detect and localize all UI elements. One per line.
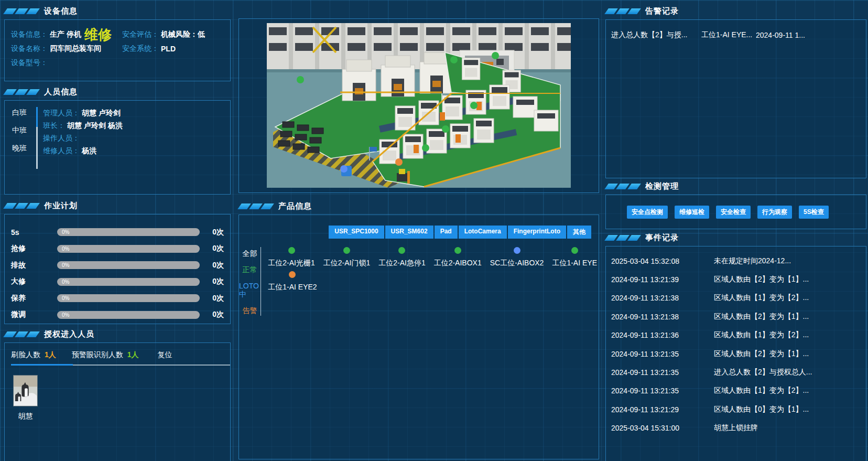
filter-button-USR_SPC1000[interactable]: USR_SPC1000 bbox=[329, 226, 384, 239]
workplan-header: 作业计划 bbox=[4, 200, 231, 211]
event-description: 区域人数由【2】变为【1】... bbox=[714, 312, 863, 321]
personnel-field-row: 操作人员： bbox=[43, 132, 225, 145]
device-item[interactable]: 工位2-AI门锁1 bbox=[322, 247, 372, 268]
device-item[interactable]: 工位2-AIBOX1 bbox=[432, 247, 483, 268]
device-item[interactable]: 工位2-AI光栅1 bbox=[266, 247, 316, 268]
event-time: 2024-09-11 13:21:39 bbox=[611, 275, 714, 284]
product-status-tabs: 全部正常LOTO中告警 bbox=[239, 247, 261, 316]
workplan-percent: 0% bbox=[62, 246, 69, 252]
authorized-section: 授权进入人员 刷脸人数 1人 预警眼识别人数 1人 复位 bbox=[4, 328, 231, 461]
event-time: 2024-09-11 13:21:36 bbox=[611, 331, 714, 339]
safety-system-value: PLD bbox=[161, 45, 176, 53]
person-name: 胡慧 bbox=[13, 412, 38, 421]
reset-button[interactable]: 复位 bbox=[158, 350, 172, 360]
equipment-name-value: 四车间总装车间 bbox=[50, 44, 101, 53]
factory-3d-view[interactable] bbox=[267, 23, 571, 188]
filter-button-FingerprintLoto[interactable]: FingerprintLoto bbox=[508, 226, 566, 239]
workplan-count: 0次 bbox=[200, 294, 224, 303]
workplan-row: 大修0%0次 bbox=[11, 274, 224, 291]
workplan-progressbar: 0% bbox=[57, 311, 200, 319]
status-tab-LOTO中[interactable]: LOTO中 bbox=[239, 282, 261, 299]
event-row[interactable]: 2025-03-04 15:31:00胡慧上锁挂牌 bbox=[611, 419, 863, 437]
personnel-field-row: 班长：胡慧 卢玲剑 杨洪 bbox=[43, 120, 225, 132]
personnel-field-label: 管理人员： bbox=[43, 109, 80, 118]
inspection-button-5S检查[interactable]: 5S检查 bbox=[799, 206, 829, 219]
event-row[interactable]: 2025-03-04 15:32:08未在规定时间2024-12... bbox=[611, 252, 863, 270]
filter-button-其他[interactable]: 其他 bbox=[567, 226, 591, 239]
workplan-percent: 0% bbox=[62, 295, 69, 301]
equipment-info-label: 设备信息： bbox=[11, 30, 48, 39]
inspection-button-维修巡检[interactable]: 维修巡检 bbox=[675, 206, 709, 219]
personnel-section: 人员信息 白班中班晚班 管理人员：胡慧 卢玲剑班长：胡慧 卢玲剑 杨洪操作人员：… bbox=[4, 86, 231, 195]
status-tab-告警[interactable]: 告警 bbox=[243, 306, 257, 316]
safety-system-label: 安全系统： bbox=[122, 44, 159, 53]
eye-count-value[interactable]: 1人 bbox=[127, 350, 139, 360]
personnel-field-value: 胡慧 卢玲剑 bbox=[82, 109, 121, 118]
inspection-title: 检测管理 bbox=[645, 181, 679, 191]
event-row[interactable]: 2024-09-11 13:21:38区域人数由【2】变为【1】... bbox=[611, 307, 863, 326]
equipment-info-value: 生产 停机 bbox=[50, 30, 81, 39]
equipment-repair-highlight: 维修 bbox=[84, 29, 112, 40]
equipment-name-label: 设备名称： bbox=[11, 44, 48, 53]
event-description: 进入总人数【2】与授权总人... bbox=[714, 368, 863, 377]
status-tab-正常[interactable]: 正常 bbox=[243, 265, 257, 275]
filter-button-Pad[interactable]: Pad bbox=[435, 226, 458, 239]
alarm-row[interactable]: 进入总人数【2】与授...工位1-AI EYE...2024-09-11 1..… bbox=[611, 27, 863, 43]
product-title: 产品信息 bbox=[278, 201, 312, 211]
device-item[interactable]: 工位1-AI EYE bbox=[550, 247, 599, 268]
inspection-header: 检测管理 bbox=[605, 180, 866, 192]
workplan-label: 微调 bbox=[11, 310, 57, 319]
shift-tabs: 白班中班晚班 bbox=[10, 107, 35, 169]
device-item[interactable]: 工位2-AI急停1 bbox=[377, 247, 427, 268]
event-description: 未在规定时间2024-12... bbox=[714, 256, 863, 266]
event-row[interactable]: 2024-09-11 13:21:35区域人数由【1】变为【2】... bbox=[611, 382, 863, 400]
personnel-field-value: 胡慧 卢玲剑 杨洪 bbox=[67, 121, 123, 131]
workplan-panel: 5s0%0次抢修0%0次排故0%0次大修0%0次保养0%0次微调0%0次 bbox=[4, 214, 231, 324]
alarm-title: 告警记录 bbox=[645, 6, 679, 16]
device-row: 工位1-AI EYE2 bbox=[266, 271, 599, 292]
workplan-percent: 0% bbox=[62, 262, 69, 268]
authorized-header: 授权进入人员 bbox=[4, 328, 231, 340]
workplan-label: 排故 bbox=[11, 261, 57, 270]
inspection-button-行为观察[interactable]: 行为观察 bbox=[757, 206, 792, 219]
event-row[interactable]: 2024-09-11 13:21:36区域人数由【1】变为【2】... bbox=[611, 326, 863, 345]
shift-tab-中班[interactable]: 中班 bbox=[10, 125, 35, 136]
section-arrows-icon bbox=[606, 235, 639, 241]
event-row[interactable]: 2024-09-11 13:21:29区域人数由【0】变为【1】... bbox=[611, 400, 863, 419]
status-tab-全部[interactable]: 全部 bbox=[243, 249, 257, 259]
event-row[interactable]: 2024-09-11 13:21:38区域人数由【1】变为【2】... bbox=[611, 289, 863, 307]
factory-marker-green bbox=[442, 125, 449, 133]
device-item[interactable]: 工位1-AI EYE2 bbox=[266, 271, 318, 292]
face-count-value[interactable]: 1人 bbox=[45, 350, 56, 360]
shift-tab-晚班[interactable]: 晚班 bbox=[10, 143, 35, 154]
personnel-field-value: 杨洪 bbox=[82, 146, 96, 156]
device-name: 工位1-AI EYE2 bbox=[268, 283, 317, 292]
equipment-model-label: 设备型号： bbox=[11, 58, 48, 68]
inspection-button-安全点检测[interactable]: 安全点检测 bbox=[627, 206, 668, 219]
personnel-panel: 白班中班晚班 管理人员：胡慧 卢玲剑班长：胡慧 卢玲剑 杨洪操作人员：维修人员：… bbox=[4, 100, 231, 195]
event-row[interactable]: 2024-09-11 13:21:39区域人数由【2】变为【1】... bbox=[611, 270, 863, 288]
filter-button-LotoCamera[interactable]: LotoCamera bbox=[459, 226, 507, 239]
event-row[interactable]: 2024-09-11 13:21:35区域人数由【2】变为【1】... bbox=[611, 345, 863, 363]
workplan-count: 0次 bbox=[200, 310, 224, 319]
device-item[interactable]: SC工位-AIBOX2 bbox=[489, 247, 546, 268]
device-row: 工位2-AI光栅1工位2-AI门锁1工位2-AI急停1工位2-AIBOX1SC工… bbox=[266, 247, 599, 268]
workplan-label: 保养 bbox=[11, 294, 57, 303]
workplan-count: 0次 bbox=[200, 244, 224, 253]
event-row[interactable]: 2024-09-11 13:21:35进入总人数【2】与授权总人... bbox=[611, 363, 863, 381]
section-arrows-icon bbox=[606, 8, 639, 14]
device-status-dot bbox=[571, 247, 578, 254]
event-time: 2024-09-11 13:21:35 bbox=[611, 350, 714, 358]
shift-tab-白班[interactable]: 白班 bbox=[10, 107, 35, 119]
filter-button-USR_SM602[interactable]: USR_SM602 bbox=[385, 226, 433, 239]
workplan-progressbar: 0% bbox=[57, 261, 200, 269]
person-card[interactable]: 胡慧 bbox=[13, 375, 45, 421]
factory-marker-green bbox=[470, 102, 478, 109]
event-time: 2025-03-04 15:31:00 bbox=[611, 424, 714, 432]
factory-marker-green bbox=[422, 144, 429, 152]
event-description: 区域人数由【1】变为【2】... bbox=[714, 386, 863, 395]
inspection-button-安全检查[interactable]: 安全检查 bbox=[716, 206, 751, 219]
factory-marker-green bbox=[492, 52, 499, 59]
eye-count-tab[interactable]: 预警眼识别人数 bbox=[72, 350, 123, 360]
face-count-tab[interactable]: 刷脸人数 bbox=[11, 350, 40, 360]
